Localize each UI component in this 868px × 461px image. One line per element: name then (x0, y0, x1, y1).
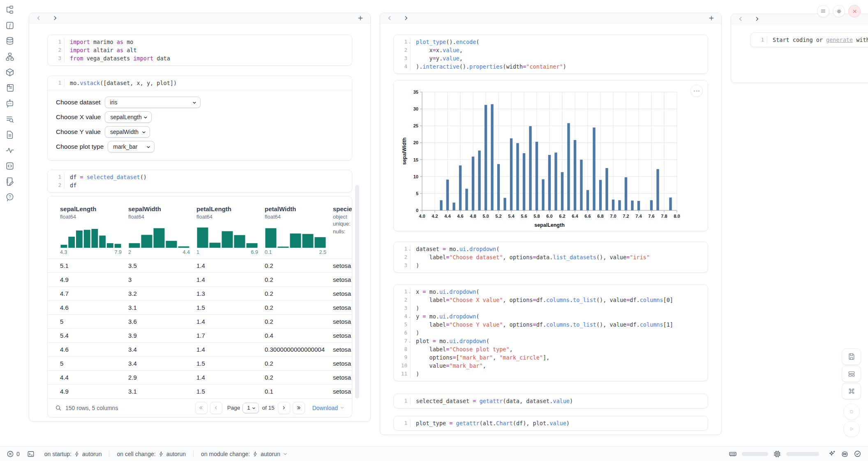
snippets-icon[interactable] (5, 161, 15, 171)
code-placeholder[interactable]: Start coding or generate with (773, 36, 868, 44)
table-row[interactable]: 4.73.21.30.2setosa (48, 286, 352, 300)
errors-indicator[interactable] (7, 450, 14, 458)
table-row[interactable]: 4.93.11.50.1setosa (48, 384, 352, 398)
chevron-left-icon[interactable] (738, 16, 743, 22)
table-column-header[interactable]: speciesobjectunique:nulls: (333, 205, 352, 255)
function-icon[interactable]: f (5, 21, 15, 30)
code-editor[interactable]: mo.vstack([dataset, x, y, plot]) (65, 79, 352, 87)
command-palette-button[interactable] (842, 383, 861, 399)
fold-icon[interactable]: ⌄ (409, 313, 411, 321)
table-row[interactable]: 4.931.40.2setosa (48, 272, 352, 286)
table-row[interactable]: 4.63.41.40.3000000000000004setosa (48, 342, 352, 356)
code-cell[interactable]: 1mo.vstack([dataset, x, y, plot])Choose … (47, 76, 352, 161)
table-column-header[interactable]: petalWidthfloat640.12.5 (265, 205, 333, 255)
cpu-usage-bar (786, 452, 819, 456)
code-editor[interactable]: x = mo.ui.dropdown( label="Choose X valu… (411, 288, 708, 378)
menu-button[interactable] (817, 5, 829, 17)
chart-menu-button[interactable] (690, 85, 703, 97)
activity-icon[interactable] (5, 145, 15, 155)
search-icon[interactable] (55, 405, 62, 411)
svg-text:sepalWidth: sepalWidth (402, 138, 407, 165)
chevron-left-icon[interactable] (387, 15, 392, 21)
download-button[interactable]: Download (312, 405, 344, 411)
add-cell-icon[interactable] (708, 15, 715, 21)
layout-button[interactable] (842, 366, 861, 382)
table-scrollbar[interactable] (355, 185, 359, 399)
empty-code-cell[interactable]: 1 Start coding or generate with (750, 32, 868, 47)
code-editor[interactable]: selected_dataset = getattr(data, dataset… (411, 397, 708, 405)
first-page-button[interactable] (195, 402, 208, 414)
file-tree-icon[interactable] (5, 5, 15, 15)
code-editor[interactable]: df = selected_dataset()df (65, 173, 352, 189)
next-page-button[interactable] (278, 402, 290, 414)
dropdown-select[interactable]: iris (105, 97, 201, 108)
on-module-change-setting[interactable]: on module change: autorun (201, 451, 288, 457)
chat-bot-icon[interactable] (5, 99, 15, 108)
table-cell: setosa (333, 262, 352, 269)
code-editor[interactable]: dataset = mo.ui.dropdown( label="Choose … (411, 245, 708, 270)
fold-icon[interactable]: ⌄ (409, 245, 411, 254)
dropdown-select[interactable]: sepalWidth (105, 126, 150, 138)
prev-page-button[interactable] (210, 402, 222, 414)
code-cell[interactable]: 12df = selected_dataset()df (47, 170, 352, 193)
table-row[interactable]: 53.41.50.2setosa (48, 356, 352, 370)
table-row[interactable]: 5.13.51.40.2setosa (48, 258, 352, 272)
hamburger-icon (820, 8, 826, 14)
stop-button[interactable] (843, 403, 860, 420)
table-row[interactable]: 4.42.91.40.2setosa (48, 370, 352, 384)
table-column-header[interactable]: petalLengthfloat6416.9 (196, 205, 265, 255)
code-editor[interactable]: import marimo as moimport altair as altf… (65, 38, 352, 62)
code-cell[interactable]: 1plot_type = getattr(alt.Chart(df), plot… (393, 416, 708, 431)
save-button[interactable] (842, 348, 861, 365)
notebook-edit-icon[interactable] (5, 177, 15, 187)
status-check-icon[interactable] (854, 450, 861, 458)
svg-text:8.0: 8.0 (674, 214, 680, 219)
dependency-graph-icon[interactable] (5, 52, 15, 62)
chevron-right-icon[interactable] (754, 16, 760, 22)
document-icon[interactable] (5, 130, 15, 140)
save-icon (847, 353, 856, 361)
run-button[interactable] (843, 421, 860, 437)
code-cell[interactable]: 1⌄234⌄567⌄891011x = mo.ui.dropdown( labe… (393, 284, 708, 381)
code-editor[interactable]: plot_type = getattr(alt.Chart(df), plot.… (411, 419, 708, 427)
table-row[interactable]: 5.43.91.70.4setosa (48, 328, 352, 342)
terminal-button[interactable] (27, 450, 35, 458)
code-cell[interactable]: 1⌄23dataset = mo.ui.dropdown( label="Cho… (393, 242, 708, 273)
code-editor[interactable]: plot_type().encode( x=x.value, y=y.value… (411, 38, 708, 71)
code-cell[interactable]: 123import marimo as moimport altair as a… (47, 35, 352, 66)
dropdown-select[interactable]: sepalLength (105, 111, 152, 123)
generate-link[interactable]: generate (826, 37, 853, 43)
svg-text:6.2: 6.2 (559, 214, 565, 219)
ai-sparkles-icon[interactable] (828, 450, 836, 458)
table-column-header[interactable]: sepalLengthfloat644.37.9 (60, 205, 128, 255)
code-cell[interactable]: 1⌄234plot_type().encode( x=x.value, y=y.… (393, 35, 708, 74)
add-cell-icon[interactable] (357, 15, 364, 21)
database-icon[interactable] (5, 36, 15, 46)
package-icon[interactable] (5, 67, 15, 77)
on-startup-setting[interactable]: on startup: autorun (44, 451, 102, 457)
svg-text:sepalLength: sepalLength (534, 222, 565, 228)
gear-icon (836, 8, 842, 14)
fold-icon[interactable]: ⌄ (409, 288, 411, 296)
table-row[interactable]: 53.61.40.2setosa (48, 314, 352, 328)
page-select[interactable]: 1 (242, 403, 259, 413)
list-search-icon[interactable] (5, 114, 15, 124)
table-column-header[interactable]: sepalWidthfloat6424.4 (128, 205, 196, 255)
scroll-logs-icon[interactable] (5, 83, 15, 93)
help-icon[interactable]: ? (5, 192, 15, 202)
code-cell[interactable]: 1selected_dataset = getattr(data, datase… (393, 394, 708, 408)
close-button[interactable] (848, 5, 861, 17)
chevron-right-icon[interactable] (52, 15, 58, 21)
chevron-right-icon[interactable] (403, 15, 409, 21)
chevron-left-icon[interactable] (36, 15, 42, 21)
on-cell-change-setting[interactable]: on cell change: autorun (117, 451, 186, 457)
memory-usage-bar (742, 452, 768, 456)
table-row[interactable]: 4.63.11.50.2setosa (48, 300, 352, 314)
table-cell: setosa (333, 388, 352, 395)
fold-icon[interactable]: ⌄ (409, 337, 411, 346)
last-page-button[interactable] (293, 402, 305, 414)
settings-button[interactable] (833, 5, 845, 17)
fold-icon[interactable]: ⌄ (409, 38, 411, 46)
dropdown-select[interactable]: mark_bar (108, 141, 155, 152)
copilot-icon[interactable] (841, 450, 849, 458)
